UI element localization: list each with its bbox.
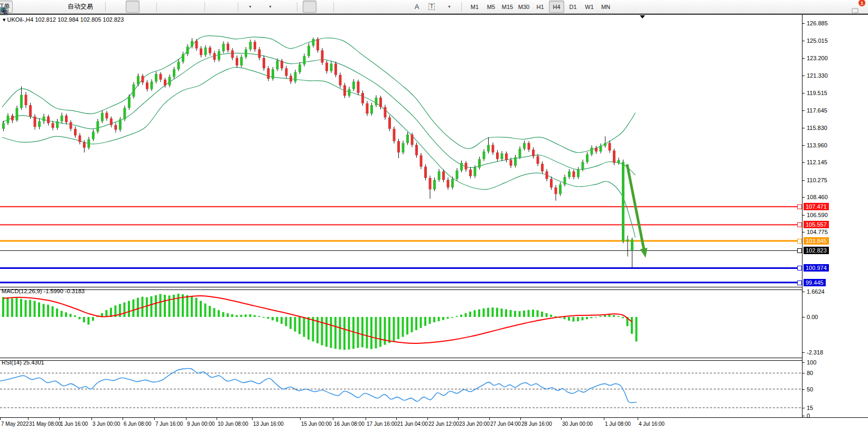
zoom-out-button[interactable] bbox=[174, 1, 188, 13]
candle bbox=[137, 76, 139, 85]
axis-tick bbox=[802, 41, 805, 41]
time-tick bbox=[489, 418, 490, 420]
label-button[interactable]: T bbox=[425, 1, 438, 13]
candle bbox=[573, 171, 575, 177]
time-tick bbox=[366, 418, 366, 420]
price-chart-pane[interactable] bbox=[0, 15, 802, 287]
candle bbox=[218, 51, 220, 60]
line-chart-button[interactable] bbox=[141, 1, 154, 13]
candle bbox=[240, 57, 243, 66]
chevron-down-icon: ▾ bbox=[249, 4, 251, 9]
add-indicator-button[interactable]: ▾ bbox=[240, 1, 259, 13]
timeframe-m30[interactable]: M30 bbox=[516, 1, 531, 13]
level-price-badge: 105.557 bbox=[804, 221, 829, 228]
candle bbox=[52, 123, 54, 128]
candle bbox=[577, 170, 580, 177]
candle bbox=[316, 39, 319, 50]
fibonacci-button[interactable]: F bbox=[395, 1, 409, 13]
candle bbox=[474, 167, 477, 176]
gold-button[interactable] bbox=[14, 1, 27, 13]
channel-button[interactable]: E bbox=[380, 1, 394, 13]
axis-tick bbox=[802, 215, 805, 216]
shift-marker-icon[interactable] bbox=[640, 15, 645, 18]
axis-label: 50 bbox=[807, 386, 813, 392]
candle bbox=[402, 143, 405, 153]
tile-windows-button[interactable] bbox=[189, 1, 202, 13]
signal-button[interactable] bbox=[43, 1, 57, 13]
vertical-line-button[interactable] bbox=[336, 1, 350, 13]
time-label: 21 Jun 04:00 bbox=[397, 421, 428, 427]
bar-chart-button[interactable] bbox=[111, 1, 125, 13]
candle bbox=[231, 50, 234, 58]
timeframe-m5[interactable]: M5 bbox=[483, 1, 499, 13]
axis-tick bbox=[802, 352, 805, 353]
candle bbox=[101, 113, 104, 121]
cursor-button[interactable] bbox=[303, 1, 316, 13]
candle bbox=[352, 81, 355, 89]
axis-label: 126.885 bbox=[807, 20, 828, 26]
candle bbox=[541, 164, 544, 171]
timeframe-w1[interactable]: W1 bbox=[582, 1, 597, 13]
candle bbox=[2, 123, 5, 129]
candle bbox=[582, 162, 584, 170]
crosshair-button[interactable] bbox=[318, 1, 331, 13]
candle bbox=[20, 95, 23, 108]
candle bbox=[294, 72, 297, 81]
terminal-button[interactable] bbox=[29, 1, 42, 13]
candle bbox=[613, 151, 615, 163]
zoom-in-button[interactable] bbox=[159, 1, 173, 13]
text-icon: A bbox=[415, 3, 419, 11]
candle bbox=[420, 155, 423, 166]
trendline-button[interactable] bbox=[366, 1, 379, 13]
candle bbox=[254, 42, 256, 49]
down-arrow-icon[interactable] bbox=[640, 248, 648, 258]
candle bbox=[43, 117, 45, 121]
timeframe-mn[interactable]: MN bbox=[598, 1, 613, 13]
timeframe-m15[interactable]: M15 bbox=[500, 1, 515, 13]
candle bbox=[442, 171, 445, 180]
horizontal-line-button[interactable] bbox=[351, 1, 365, 13]
text-button[interactable]: A bbox=[410, 1, 424, 13]
timeframe-h4[interactable]: H4 bbox=[549, 1, 564, 13]
candle bbox=[523, 143, 526, 149]
candle bbox=[204, 48, 207, 55]
chart-shift-button[interactable] bbox=[222, 1, 236, 13]
timeframe-d1[interactable]: D1 bbox=[565, 1, 581, 13]
candlestick-button[interactable] bbox=[126, 1, 139, 13]
period-clock-button[interactable]: ▾ bbox=[260, 1, 279, 13]
candle bbox=[438, 171, 441, 180]
macd-pane[interactable] bbox=[0, 289, 802, 358]
candle bbox=[555, 188, 557, 194]
candle bbox=[586, 154, 589, 162]
candle bbox=[312, 39, 315, 46]
candle bbox=[245, 49, 247, 57]
axis-label: 125.015 bbox=[807, 38, 828, 44]
axis-tick bbox=[802, 232, 805, 232]
candle bbox=[249, 42, 252, 49]
timeframe-m1[interactable]: M1 bbox=[467, 1, 482, 13]
rsi-pane[interactable] bbox=[0, 360, 802, 417]
candle bbox=[492, 145, 494, 152]
timeframe-h1[interactable]: H1 bbox=[533, 1, 548, 13]
level-marker bbox=[797, 204, 802, 209]
auto-trading-label: 自动交易 bbox=[66, 2, 95, 11]
candle bbox=[61, 116, 63, 121]
candle bbox=[478, 159, 481, 167]
auto-trading-button[interactable]: 自动交易 bbox=[58, 1, 102, 13]
time-axis[interactable]: 7 May 202231 May 08:001 Jun 16:003 Jun 0… bbox=[0, 417, 868, 430]
toolbar-separator bbox=[238, 2, 238, 12]
notifications-button[interactable]: 1 bbox=[851, 1, 864, 13]
axis-tick bbox=[802, 58, 805, 59]
candle bbox=[236, 58, 238, 66]
axis-label: 112.145 bbox=[807, 159, 827, 165]
toolbar-grip bbox=[297, 2, 300, 11]
time-tick bbox=[28, 418, 29, 420]
shapes-button[interactable]: ▾ bbox=[440, 1, 459, 13]
candle bbox=[133, 85, 135, 97]
candle bbox=[334, 63, 337, 74]
search-button[interactable] bbox=[836, 1, 850, 13]
template-button[interactable] bbox=[281, 1, 294, 13]
auto-scroll-button[interactable] bbox=[207, 1, 221, 13]
candle bbox=[388, 117, 391, 128]
candle bbox=[370, 105, 373, 114]
